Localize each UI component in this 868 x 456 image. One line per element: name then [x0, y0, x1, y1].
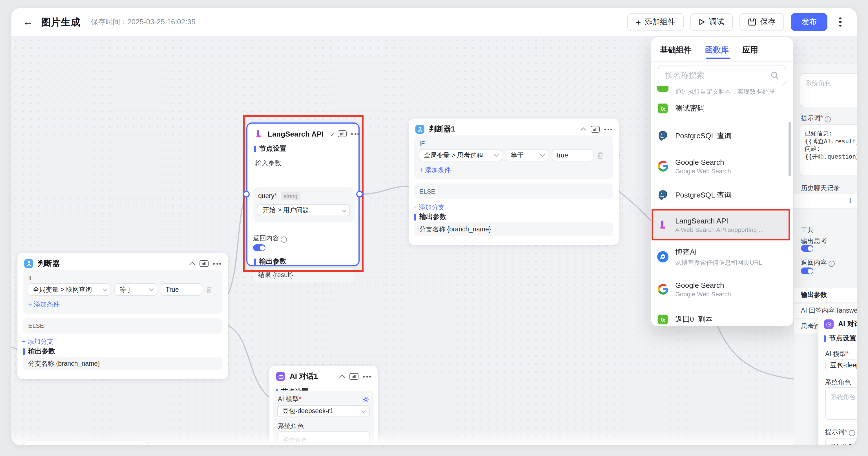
robot-icon	[824, 319, 834, 329]
list-item-langsearch-api[interactable]: LangSearch API A Web Search API supporti…	[653, 210, 788, 239]
node-header: LangSearch API all	[247, 123, 359, 142]
input-param-group: query* string 开始 > 用户问题	[253, 188, 354, 222]
node-judge1[interactable]: 判断器1 all IF 全局变量 > 思考过程 等于	[409, 118, 619, 245]
if-branch-group: IF 全局变量 > 思考过程 等于 true	[414, 136, 613, 179]
google-icon	[657, 283, 669, 294]
output-params-header: 输出参数	[794, 288, 857, 303]
output-port[interactable]	[356, 191, 363, 198]
back-arrow-icon[interactable]: ←	[23, 16, 33, 28]
publish-button[interactable]: 发布	[791, 13, 828, 31]
list-item-google-search[interactable]: Google Search Google Web Search	[653, 273, 786, 305]
robot-icon	[276, 372, 285, 381]
section-node-settings: 节点设置	[247, 142, 359, 156]
input-port[interactable]	[243, 191, 250, 198]
canvas-toolbar	[24, 441, 148, 445]
condition-operator-select[interactable]: 等于	[115, 283, 157, 296]
component-library-dropdown: 基础组件 函数库 应用 通过执行自定义脚本，实现数据处理 fx	[651, 37, 793, 326]
app-stage: LangSearch API all 节点设置 输入参数 query* stri…	[0, 0, 868, 456]
role-label: 系统角色	[825, 378, 851, 387]
node-title: 判断器1	[429, 124, 455, 134]
return-content-toggle[interactable]	[253, 245, 266, 251]
tab-applications[interactable]: 应用	[742, 45, 758, 55]
condition-value-input[interactable]: true	[552, 149, 593, 162]
prompt-label: 提示词* i	[801, 114, 831, 122]
add-condition-link[interactable]: + 添加条件	[420, 166, 451, 174]
output-value: 分支名称 {branch_name}	[23, 357, 222, 370]
branch-icon	[415, 125, 425, 134]
list-item-google-search[interactable]: Google Search Google Web Search	[653, 150, 786, 182]
more-menu-icon[interactable]	[363, 376, 371, 377]
add-condition-link[interactable]: + 添加条件	[28, 300, 60, 309]
partial-item-description: 通过执行自定义脚本，实现数据处理	[675, 87, 774, 96]
add-branch-link[interactable]: + 添加分支	[413, 203, 445, 211]
return-content-toggle[interactable]	[801, 267, 813, 274]
input-params-label: 输入参数	[247, 156, 359, 170]
list-item-postgresql-query[interactable]: PostgreSQL 查询	[653, 183, 786, 208]
param-type-badge: string	[281, 192, 301, 200]
save-icon	[748, 18, 756, 26]
section-node-settings: 节点设置	[818, 333, 857, 344]
if-label: IF	[414, 136, 613, 147]
fx-icon: fx	[657, 103, 669, 114]
add-branch-link[interactable]: + 添加分支	[22, 338, 54, 346]
list-item-postgresql-query[interactable]: PostgreSQL 查询	[653, 123, 786, 149]
model-select[interactable]: 豆包-deepseek-r1	[277, 405, 370, 417]
condition-variable-select[interactable]: 全局变量 > 联网查询	[28, 283, 111, 296]
run-all-icon[interactable]: all	[199, 260, 209, 267]
play-icon	[699, 19, 705, 25]
role-textarea[interactable]: 系统角色	[825, 387, 857, 420]
history-label: 历史聊天记录	[801, 184, 840, 193]
more-options-icon[interactable]	[833, 13, 848, 31]
model-settings-gear-icon[interactable]	[363, 396, 369, 403]
collapse-icon[interactable]	[189, 262, 195, 267]
param-value-select[interactable]: 开始 > 用户问题	[257, 204, 350, 216]
if-branch-group: IF 全局变量 > 联网查询 等于 True	[23, 270, 222, 314]
condition-value-input[interactable]: True	[161, 283, 203, 296]
postgresql-icon	[657, 131, 669, 142]
else-label: ELSE	[414, 183, 613, 195]
output-thinking-label: 输出思考	[801, 237, 827, 246]
fx-icon	[657, 86, 669, 92]
more-menu-icon[interactable]	[213, 263, 221, 264]
prompt-textarea[interactable]: 已知信息: {{博查AI.result}} 问题: {{开始.question}…	[800, 124, 857, 176]
tab-function-library[interactable]: 函数库	[705, 45, 729, 55]
fx-icon: fx	[657, 314, 669, 325]
more-menu-icon[interactable]	[604, 129, 612, 130]
add-component-button[interactable]: + 添加组件	[627, 13, 684, 31]
run-all-icon[interactable]: all	[338, 131, 347, 137]
tools-label: 工具	[801, 226, 814, 234]
prompt-label: 提示词* i	[825, 428, 855, 436]
model-label: AI 模型*	[825, 350, 848, 359]
list-item-test-password[interactable]: fx 测试密码	[653, 96, 786, 121]
history-count-row[interactable]: 1	[794, 193, 857, 209]
debug-button[interactable]: 调试	[690, 13, 733, 31]
prompt-textarea[interactable]: 已知信息: {{博查AI 问题: {{开始	[825, 438, 857, 445]
condition-variable-select[interactable]: 全局变量 > 思考过程	[419, 149, 502, 162]
output-thinking-toggle[interactable]	[801, 245, 813, 252]
postgresql-icon	[657, 190, 669, 201]
delete-condition-icon[interactable]	[597, 151, 603, 159]
delete-condition-icon[interactable]	[206, 286, 213, 293]
list-item-bocha-ai[interactable]: 博查AI 从博查搜索任何信息和网页URL	[653, 241, 786, 273]
save-button[interactable]: 保存	[740, 13, 784, 31]
list-scrollbar[interactable]	[788, 122, 791, 176]
role-textarea[interactable]: 系统角色	[800, 74, 857, 107]
else-branch-group: ELSE	[23, 318, 222, 334]
list-item-return0-copy[interactable]: fx 返回0 副本	[653, 307, 786, 326]
more-menu-icon[interactable]	[351, 133, 359, 135]
collapse-icon[interactable]	[581, 127, 586, 133]
node-judge[interactable]: 判断器 all IF 全局变量 > 联网查询 等于	[18, 253, 228, 379]
ai-dialog2-node-panel[interactable]: AI 对话2 节点设置 AI 模型* 豆包-deep 系统角色 系统角色 提示词…	[818, 313, 857, 445]
search-input[interactable]	[665, 70, 766, 80]
collapse-icon[interactable]	[339, 374, 345, 380]
app-window: LangSearch API all 节点设置 输入参数 query* stri…	[11, 8, 857, 445]
run-all-icon[interactable]: all	[591, 126, 600, 133]
condition-operator-select[interactable]: 等于	[505, 149, 549, 162]
node-langsearch[interactable]: LangSearch API all 节点设置 输入参数 query* stri…	[246, 122, 360, 266]
partial-list-item[interactable]: 通过执行自定义脚本，实现数据处理	[657, 86, 669, 93]
return-content-label: 返回内容 i	[253, 234, 287, 243]
tab-basic-components[interactable]: 基础组件	[660, 45, 691, 55]
run-all-icon[interactable]: all	[349, 373, 359, 380]
collapse-icon[interactable]	[331, 133, 334, 136]
model-select[interactable]: 豆包-deep	[825, 360, 857, 371]
